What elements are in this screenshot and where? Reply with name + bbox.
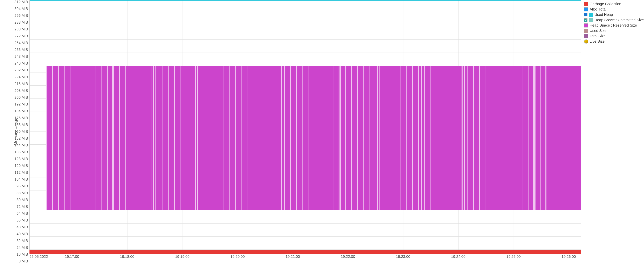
gc-line [449, 66, 449, 210]
gc-line [138, 66, 138, 210]
gc-line [118, 66, 118, 210]
legend: Garbage CollectionAlloc TotalUsed HeapHe… [581, 0, 644, 263]
grid-line [30, 249, 581, 250]
y-tick: 40 MiB [7, 232, 30, 236]
legend-color-swatch [584, 40, 588, 44]
legend-color-swatch [589, 13, 593, 17]
gc-line [467, 66, 468, 210]
y-tick: 192 MiB [7, 102, 30, 106]
gc-line [357, 66, 358, 210]
plot-legend-wrapper: 26.05.2022 19:17:0019:18:0019:19:0019:20… [30, 0, 644, 263]
y-tick: 176 MiB [7, 116, 30, 120]
gc-line [302, 66, 303, 210]
gc-line [486, 66, 486, 210]
x-tick: 19:25:00 [506, 254, 521, 259]
gc-line [70, 66, 71, 210]
y-tick: 256 MiB [7, 48, 30, 52]
y-tick: 248 MiB [7, 55, 30, 58]
top-cyan-line [30, 0, 581, 1]
gc-line [455, 66, 455, 210]
plot-area-wrapper: 26.05.2022 19:17:0019:18:0019:19:0019:20… [30, 0, 581, 263]
gc-line [315, 66, 315, 210]
gc-line [217, 66, 217, 210]
legend-item[interactable]: Garbage Collection [584, 2, 641, 6]
y-tick: 160 MiB [7, 130, 30, 133]
gc-line [236, 66, 236, 210]
gc-line [380, 66, 380, 210]
gc-line [492, 66, 492, 210]
legend-item[interactable]: Used Heap [584, 13, 641, 17]
y-tick: 32 MiB [7, 239, 30, 242]
gc-line [58, 66, 59, 210]
gc-line [296, 66, 297, 210]
gc-line [254, 66, 254, 210]
legend-item[interactable]: Heap Space : Committed Size [584, 18, 641, 22]
gc-line [174, 66, 175, 210]
gc-line [388, 66, 388, 210]
y-tick: 208 MiB [7, 89, 30, 92]
gc-line [522, 66, 522, 210]
legend-color-swatch [584, 29, 588, 33]
gc-line [126, 66, 126, 210]
gc-line [197, 66, 198, 210]
gc-line [394, 66, 394, 210]
y-tick: 288 MiB [7, 21, 30, 24]
legend-item[interactable]: Heap Space : Reserved Size [584, 23, 641, 28]
legend-color-swatch [589, 18, 593, 22]
gc-line [533, 66, 534, 210]
gc-line [364, 66, 364, 210]
grid-line [30, 217, 581, 217]
gc-line [376, 66, 376, 210]
grid-line [30, 33, 581, 33]
gc-line [199, 66, 199, 210]
y-tick: 24 MiB [7, 246, 30, 249]
gc-line [548, 66, 548, 210]
legend-checkbox[interactable] [584, 13, 588, 17]
legend-item[interactable]: Alloc Total [584, 7, 641, 12]
gc-line [116, 66, 116, 210]
gc-line [308, 66, 309, 210]
gc-line [156, 66, 156, 210]
legend-checkbox[interactable] [584, 19, 588, 22]
gc-line [162, 66, 162, 210]
legend-item[interactable]: Used Size [584, 29, 641, 33]
grid-line [30, 20, 581, 20]
gc-line [536, 66, 536, 210]
legend-label: Heap Space : Reserved Size [590, 23, 637, 28]
gc-line [266, 66, 266, 210]
x-tick: 19:18:00 [120, 254, 134, 259]
y-tick: 120 MiB [7, 164, 30, 167]
gc-line [421, 66, 422, 210]
y-tick: 224 MiB [7, 75, 30, 79]
chart-container: Memory Usage 312 MiB304 MiB296 MiB288 Mi… [0, 0, 644, 263]
gc-line [460, 66, 460, 210]
gc-line [180, 66, 181, 210]
gc-line [553, 66, 553, 210]
legend-color-swatch [584, 2, 588, 6]
gc-line [119, 66, 120, 210]
bottom-red-bar-area [30, 250, 581, 254]
gc-line [150, 66, 150, 210]
grid-line [30, 236, 581, 237]
y-tick: 104 MiB [7, 177, 30, 181]
chart-main: 312 MiB304 MiB296 MiB288 MiB280 MiB272 M… [7, 0, 644, 263]
gc-line [77, 66, 77, 210]
grid-line [30, 59, 581, 59]
gc-line [153, 66, 154, 210]
x-tick: 19:20:00 [230, 254, 245, 259]
date-label: 26.05.2022 [30, 254, 48, 259]
gc-line [528, 66, 528, 210]
legend-item[interactable]: Total Size [584, 34, 641, 38]
legend-color-swatch [584, 7, 588, 12]
gc-line [377, 66, 378, 210]
gc-line [186, 66, 187, 210]
gc-line [418, 66, 419, 210]
gc-line [281, 66, 282, 210]
legend-item[interactable]: Live Size [584, 39, 641, 44]
y-tick: 304 MiB [7, 7, 30, 11]
gc-line [114, 66, 114, 210]
gc-line [95, 66, 96, 210]
x-tick: 19:23:00 [396, 254, 410, 259]
y-tick: 184 MiB [7, 109, 30, 113]
grid-line [30, 210, 581, 210]
